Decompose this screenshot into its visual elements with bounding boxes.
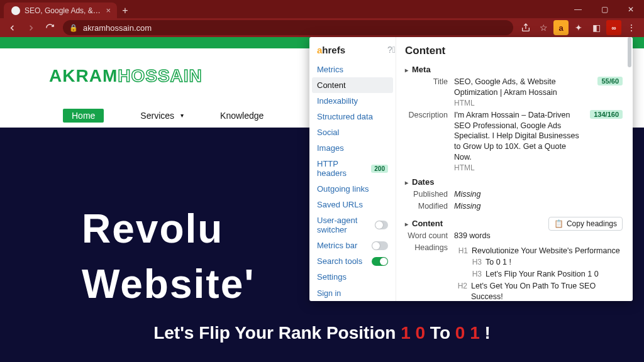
extensions-puzzle-icon[interactable]: ✦ bbox=[571, 20, 586, 35]
word-count-value: 839 words bbox=[454, 231, 623, 241]
published-value: Missing bbox=[454, 189, 623, 200]
nav-home[interactable]: Home bbox=[63, 109, 104, 123]
panel-title: Content bbox=[405, 45, 623, 57]
scrollbar-thumb[interactable] bbox=[628, 37, 631, 67]
close-window-button[interactable]: ✕ bbox=[618, 0, 644, 18]
browser-toolbar: 🔒 akramhossain.com ☆ a ✦ ◧ ∞ ⋮ bbox=[0, 18, 644, 37]
close-tab-icon[interactable]: × bbox=[106, 6, 111, 15]
logo-part-2: HOSSAIN bbox=[118, 66, 203, 85]
http-status-badge: 200 bbox=[371, 165, 388, 173]
share-icon[interactable] bbox=[518, 20, 533, 35]
address-bar[interactable]: 🔒 akramhossain.com bbox=[63, 20, 513, 35]
kebab-menu-icon[interactable]: ⋮ bbox=[624, 20, 639, 35]
word-count-label: Word count bbox=[405, 231, 448, 240]
heading-tag: H1 bbox=[454, 246, 468, 256]
nav-services[interactable]: Services bbox=[140, 111, 184, 121]
heading-text: Revolutionize Your Website's Performance bbox=[472, 246, 620, 256]
clipboard-icon: 📋 bbox=[554, 219, 564, 228]
sidebar-item-structured-data[interactable]: Structured data bbox=[309, 109, 396, 124]
published-label: Published bbox=[405, 189, 448, 199]
heading-tag: H3 bbox=[468, 257, 482, 268]
sidebar-item-content[interactable]: Content bbox=[312, 77, 393, 93]
section-content[interactable]: Content bbox=[405, 219, 443, 228]
meta-description-value: I'm Akram Hossain – Data-Driven SEO Prof… bbox=[454, 110, 584, 173]
maximize-button[interactable]: ▢ bbox=[591, 0, 618, 18]
bookmark-star-icon[interactable]: ☆ bbox=[536, 20, 551, 35]
description-length-badge: 134/160 bbox=[590, 110, 623, 119]
meta-title-label: Title bbox=[405, 77, 448, 86]
reload-button[interactable] bbox=[42, 19, 58, 36]
sidebar-item-metrics[interactable]: Metrics bbox=[309, 62, 396, 77]
modified-value: Missing bbox=[454, 201, 623, 212]
help-icon[interactable]: ?⃝ bbox=[387, 45, 396, 55]
headings-list: H1Revolutionize Your Website's Performan… bbox=[454, 245, 623, 302]
heading-row: H3To 0 1 ! bbox=[454, 256, 623, 268]
headings-label: Headings bbox=[405, 243, 448, 252]
sidebar-item-settings[interactable]: Settings bbox=[309, 269, 396, 285]
sidebar-item-saved-urls[interactable]: Saved URLs bbox=[309, 197, 396, 212]
extension-icons: ☆ a ✦ ◧ ∞ ⋮ bbox=[518, 20, 640, 35]
sidebar-item-search-tools[interactable]: Search tools bbox=[309, 253, 396, 269]
sidebar-suggest-feature[interactable]: Suggest a feature bbox=[317, 300, 388, 301]
sidebar-item-ua-switcher[interactable]: User-agent switcher bbox=[309, 212, 396, 238]
meta-title-value: SEO, Google Ads, & Website Optimization … bbox=[454, 77, 591, 109]
sidebar-item-images[interactable]: Images bbox=[309, 140, 396, 156]
new-tab-button[interactable]: + bbox=[117, 3, 133, 18]
window-titlebar: SEO, Google Ads, & Website Op × + — ▢ ✕ bbox=[0, 0, 644, 18]
browser-tab[interactable]: SEO, Google Ads, & Website Op × bbox=[4, 3, 117, 18]
url-text: akramhossain.com bbox=[83, 23, 152, 33]
panel-sidebar: ahrefs Metrics Content Indexability Stru… bbox=[309, 37, 396, 301]
heading-tag: H2 bbox=[454, 281, 467, 301]
ahrefs-extension-icon[interactable]: a bbox=[553, 20, 569, 35]
meta-description-label: Description bbox=[405, 110, 448, 119]
sidebar-item-indexability[interactable]: Indexability bbox=[309, 93, 396, 109]
tab-title: SEO, Google Ads, & Website Op bbox=[25, 6, 101, 15]
sidebar-item-http-headers[interactable]: HTTP headers 200 bbox=[309, 156, 396, 181]
title-length-badge: 55/60 bbox=[597, 77, 623, 85]
panel-brand: ahrefs bbox=[309, 45, 396, 62]
nav-knowledge[interactable]: Knowledge bbox=[220, 111, 264, 121]
window-controls: — ▢ ✕ bbox=[565, 0, 644, 18]
sidebar-item-metrics-bar[interactable]: Metrics bar bbox=[309, 238, 396, 253]
heading-tag: H3 bbox=[468, 269, 482, 280]
toggle-off-icon[interactable] bbox=[372, 241, 388, 250]
forward-button[interactable] bbox=[23, 19, 39, 36]
section-meta[interactable]: Meta bbox=[405, 65, 623, 74]
heading-row: H2Let's Get You On Path To True SEO Succ… bbox=[454, 280, 623, 301]
back-button[interactable] bbox=[4, 19, 20, 36]
toggle-on-icon[interactable] bbox=[372, 257, 388, 266]
sidebar-item-social[interactable]: Social bbox=[309, 124, 396, 140]
heading-text: Let's Flip Your Rank Position 1 0 bbox=[486, 269, 599, 280]
sidebar-sign-in[interactable]: Sign in bbox=[317, 287, 388, 300]
heading-row: H1Revolutionize Your Website's Performan… bbox=[454, 245, 623, 257]
toggle-off-icon[interactable] bbox=[375, 221, 388, 229]
logo-part-1: AKRAM bbox=[49, 66, 118, 85]
minimize-button[interactable]: — bbox=[565, 0, 591, 18]
modified-label: Modified bbox=[405, 201, 448, 211]
section-dates[interactable]: Dates bbox=[405, 177, 623, 187]
copy-headings-button[interactable]: 📋Copy headings bbox=[548, 217, 623, 231]
tab-favicon bbox=[11, 6, 20, 15]
heading-text: Let's Get You On Path To True SEO Succes… bbox=[471, 281, 623, 301]
sidebar-item-outgoing-links[interactable]: Outgoing links bbox=[309, 181, 396, 197]
heading-text: To 0 1 ! bbox=[486, 257, 511, 268]
account-icon[interactable]: ◧ bbox=[589, 20, 604, 35]
red-extension-icon[interactable]: ∞ bbox=[606, 20, 621, 35]
ahrefs-panel: ?⃝ ahrefs Metrics Content Indexability S… bbox=[309, 37, 633, 301]
panel-main: Content Meta Title SEO, Google Ads, & We… bbox=[396, 37, 633, 301]
lock-icon: 🔒 bbox=[69, 24, 78, 32]
flip-tagline: Let's Flip Your Rank Position 1 0 To 0 1… bbox=[0, 323, 644, 343]
site-logo[interactable]: AKRAMHOSSAIN bbox=[49, 66, 203, 86]
heading-row: H3Let's Flip Your Rank Position 1 0 bbox=[454, 268, 623, 280]
